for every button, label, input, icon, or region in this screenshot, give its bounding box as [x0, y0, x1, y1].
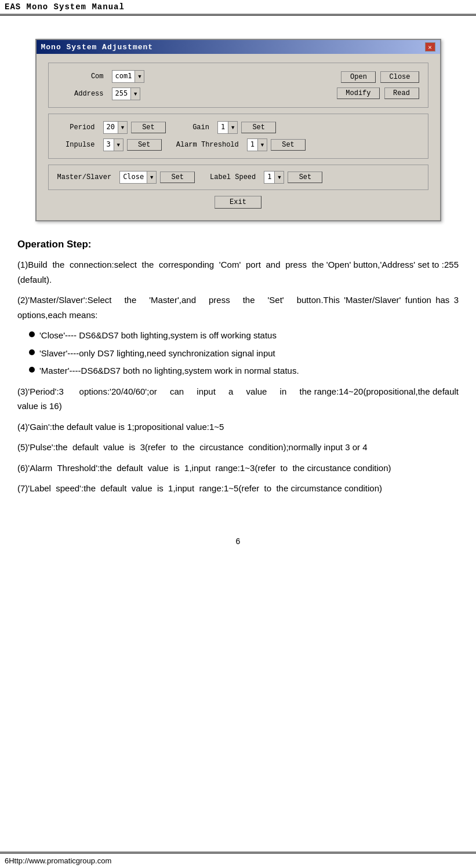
master-select-box[interactable]: Close ▼ [119, 171, 157, 184]
label-speed-dropdown-arrow[interactable]: ▼ [274, 172, 284, 183]
list-item: 'Master'----DS6&DS7 both no lighting,sys… [29, 363, 459, 378]
address-label: Address [57, 90, 104, 98]
gain-label: Gain [189, 123, 209, 132]
address-dropdown-arrow[interactable]: ▼ [130, 88, 140, 100]
gain-set-button[interactable]: Set [241, 122, 276, 133]
dialog-close-button[interactable]: ✕ [425, 42, 435, 52]
bullet-icon [29, 367, 35, 373]
alarm-select-box[interactable]: 1 ▼ [247, 138, 267, 151]
paragraph-4: (4)'Gain':the default value is 1;proposi… [17, 420, 459, 435]
header-title: EAS Mono System Manual [5, 2, 125, 12]
label-speed-value: 1 [264, 172, 274, 183]
paragraph-7: (7)'Label speed':the default value is 1,… [17, 481, 459, 496]
dialog-title: Mono System Adjustment [41, 43, 154, 52]
gain-dropdown-arrow[interactable]: ▼ [228, 122, 237, 133]
inpulse-value: 3 [104, 139, 114, 151]
inpulse-set-button[interactable]: Set [127, 139, 162, 151]
paragraph-1: (1)Build the connection:select the corre… [17, 257, 459, 287]
period-set-button[interactable]: Set [131, 122, 166, 133]
com-value: com1 [112, 71, 135, 82]
inpulse-dropdown-arrow[interactable]: ▼ [114, 139, 123, 151]
label-speed-select-box[interactable]: 1 ▼ [264, 171, 284, 184]
inpulse-select-box[interactable]: 3 ▼ [103, 138, 123, 151]
master-set-button[interactable]: Set [160, 172, 195, 183]
page-footer: 6Http://www.promaticgroup.com [0, 852, 476, 868]
period-dropdown-arrow[interactable]: ▼ [118, 122, 127, 133]
com-dropdown-arrow[interactable]: ▼ [135, 71, 144, 82]
alarm-dropdown-arrow[interactable]: ▼ [257, 139, 267, 151]
com-label: Com [57, 72, 104, 81]
read-button[interactable]: Read [384, 87, 419, 99]
label-speed-label: Label Speed [209, 173, 256, 181]
bullet-text-1: 'Close'---- DS6&DS7 both lighting,system… [39, 328, 277, 343]
paragraph-5: (5)'Pulse':the default value is 3(refer … [17, 440, 459, 455]
gain-value: 1 [218, 122, 228, 133]
address-field-row: Address 255 ▼ [57, 87, 145, 100]
com-field-row: Com com1 ▼ [57, 70, 145, 83]
bullet-text-2: 'Slaver'----only DS7 lighting,need synch… [39, 346, 275, 361]
com-select-box[interactable]: com1 ▼ [112, 70, 145, 83]
alarm-label: Alarm Threshold [176, 141, 239, 149]
dialog-window: Mono System Adjustment ✕ Com com1 [35, 39, 441, 221]
master-value: Close [120, 172, 147, 183]
open-button[interactable]: Open [341, 71, 376, 83]
bullet-text-3: 'Master'----DS6&DS7 both no lighting,sys… [39, 363, 299, 378]
paragraph-6: (6)'Alarm Threshold':the default value i… [17, 461, 459, 476]
list-item: 'Close'---- DS6&DS7 both lighting,system… [29, 328, 459, 343]
master-label: Master/Slaver [57, 173, 112, 181]
gain-select-box[interactable]: 1 ▼ [217, 121, 238, 134]
footer-url: 6Http://www.promaticgroup.com [5, 856, 111, 865]
dialog-container: Mono System Adjustment ✕ Com com1 [17, 39, 459, 221]
inpulse-label: Inpulse [57, 141, 95, 149]
label-speed-set-button[interactable]: Set [288, 172, 322, 183]
period-value: 20 [104, 122, 118, 133]
section-title: Operation Step: [17, 239, 459, 250]
master-dropdown-arrow[interactable]: ▼ [147, 172, 156, 183]
bullet-list: 'Close'---- DS6&DS7 both lighting,system… [29, 328, 459, 378]
paragraph-2: (2)'Master/Slaver':Select the 'Master',a… [17, 293, 459, 322]
dialog-titlebar: Mono System Adjustment ✕ [37, 40, 440, 54]
address-select-box[interactable]: 255 ▼ [112, 87, 141, 100]
modify-button[interactable]: Modify [337, 87, 379, 99]
period-label: Period [57, 123, 95, 132]
period-select-box[interactable]: 20 ▼ [103, 121, 128, 134]
alarm-value: 1 [248, 139, 257, 151]
dialog-footer: Exit [48, 196, 428, 209]
dialog-body: Com com1 ▼ Address 255 ▼ [37, 54, 440, 220]
close-conn-button[interactable]: Close [380, 71, 419, 83]
page-header: EAS Mono System Manual [0, 0, 476, 16]
main-content: Mono System Adjustment ✕ Com com1 [0, 16, 476, 575]
page-number: 6 [17, 537, 459, 546]
paragraph-3: (3)'Period':3 options:'20/40/60';or can … [17, 384, 459, 414]
bullet-icon [29, 349, 35, 355]
list-item: 'Slaver'----only DS7 lighting,need synch… [29, 346, 459, 361]
bullet-icon [29, 331, 35, 337]
exit-button[interactable]: Exit [215, 196, 261, 209]
alarm-set-button[interactable]: Set [271, 139, 306, 151]
address-value: 255 [112, 88, 131, 100]
